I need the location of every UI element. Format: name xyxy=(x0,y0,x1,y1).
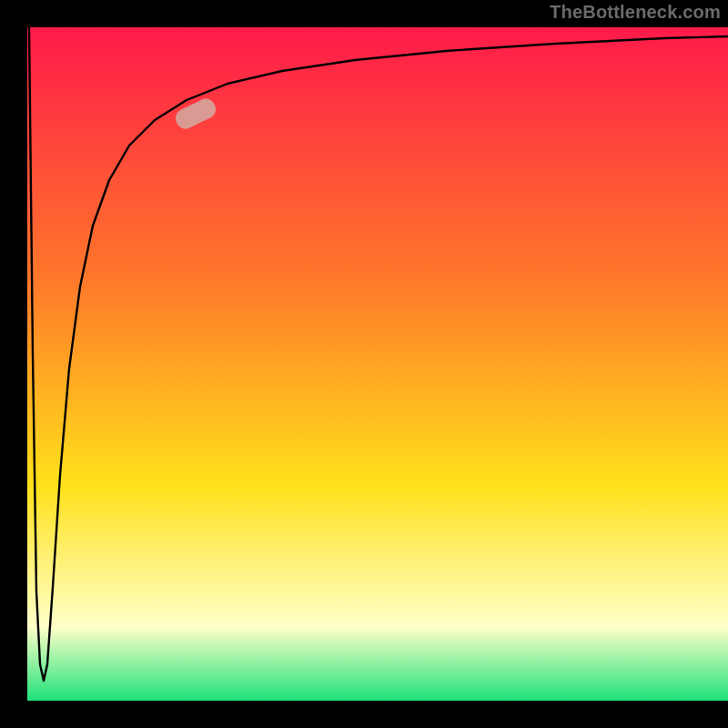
plot-area xyxy=(27,27,728,701)
curve-line xyxy=(27,27,728,701)
watermark: TheBottleneck.com xyxy=(550,2,721,23)
